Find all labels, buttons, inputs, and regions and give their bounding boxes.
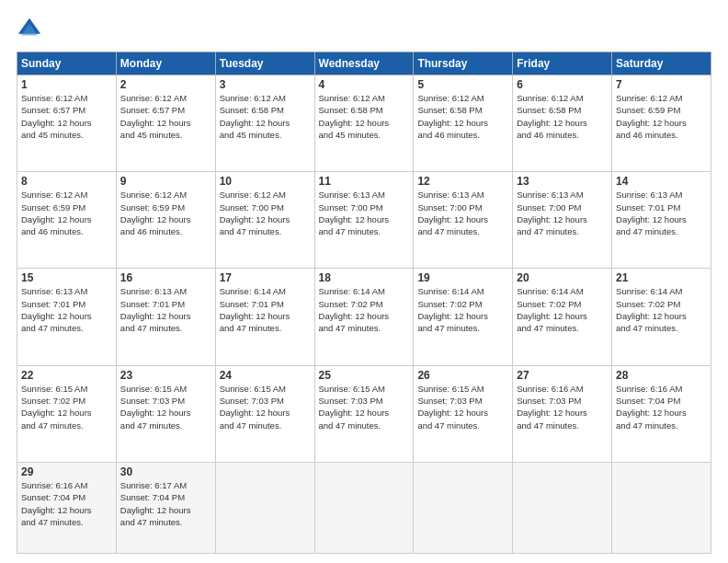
calendar-cell — [513, 462, 612, 553]
calendar-cell: 6Sunrise: 6:12 AMSunset: 6:58 PMDaylight… — [513, 75, 612, 172]
calendar-cell: 1Sunrise: 6:12 AMSunset: 6:57 PMDaylight… — [17, 75, 117, 172]
day-number: 17 — [220, 271, 311, 284]
calendar-cell: 9Sunrise: 6:12 AMSunset: 6:59 PMDaylight… — [116, 172, 215, 269]
day-number: 7 — [616, 78, 707, 91]
calendar-cell: 23Sunrise: 6:15 AMSunset: 7:03 PMDayligh… — [116, 365, 215, 462]
day-info: Sunrise: 6:15 AMSunset: 7:02 PMDaylight:… — [21, 383, 112, 431]
day-info: Sunrise: 6:13 AMSunset: 7:00 PMDaylight:… — [417, 189, 508, 237]
day-number: 12 — [417, 175, 508, 188]
day-number: 30 — [120, 465, 211, 478]
calendar-cell: 4Sunrise: 6:12 AMSunset: 6:58 PMDaylight… — [314, 75, 414, 172]
week-row-4: 29Sunrise: 6:16 AMSunset: 7:04 PMDayligh… — [17, 462, 711, 553]
calendar-cell: 30Sunrise: 6:17 AMSunset: 7:04 PMDayligh… — [116, 462, 215, 553]
calendar-cell: 5Sunrise: 6:12 AMSunset: 6:58 PMDaylight… — [414, 75, 513, 172]
day-number: 23 — [120, 369, 211, 382]
calendar-cell: 18Sunrise: 6:14 AMSunset: 7:02 PMDayligh… — [314, 269, 414, 365]
calendar-cell — [414, 462, 513, 553]
calendar-cell: 27Sunrise: 6:16 AMSunset: 7:03 PMDayligh… — [513, 365, 612, 462]
day-info: Sunrise: 6:13 AMSunset: 7:01 PMDaylight:… — [616, 189, 707, 237]
day-info: Sunrise: 6:15 AMSunset: 7:03 PMDaylight:… — [120, 383, 211, 431]
day-info: Sunrise: 6:17 AMSunset: 7:04 PMDaylight:… — [120, 479, 211, 528]
day-number: 15 — [21, 271, 112, 284]
day-info: Sunrise: 6:16 AMSunset: 7:03 PMDaylight:… — [517, 383, 608, 431]
day-info: Sunrise: 6:15 AMSunset: 7:03 PMDaylight:… — [319, 383, 410, 431]
day-number: 20 — [517, 271, 608, 284]
day-number: 14 — [616, 175, 707, 188]
day-number: 5 — [417, 78, 508, 91]
day-number: 28 — [616, 369, 707, 382]
day-info: Sunrise: 6:16 AMSunset: 7:04 PMDaylight:… — [21, 479, 112, 528]
day-number: 6 — [517, 78, 608, 91]
day-info: Sunrise: 6:12 AMSunset: 6:58 PMDaylight:… — [517, 92, 608, 141]
day-info: Sunrise: 6:12 AMSunset: 6:59 PMDaylight:… — [616, 92, 707, 141]
day-number: 9 — [120, 175, 211, 188]
calendar-cell: 16Sunrise: 6:13 AMSunset: 7:01 PMDayligh… — [116, 269, 215, 365]
logo — [17, 17, 46, 42]
day-header-wednesday: Wednesday — [314, 52, 414, 75]
calendar-cell: 7Sunrise: 6:12 AMSunset: 6:59 PMDaylight… — [612, 75, 711, 172]
day-header-sunday: Sunday — [17, 52, 117, 75]
day-number: 29 — [21, 465, 112, 478]
header-row: SundayMondayTuesdayWednesdayThursdayFrid… — [17, 52, 711, 75]
day-number: 2 — [120, 78, 211, 91]
day-info: Sunrise: 6:13 AMSunset: 7:00 PMDaylight:… — [517, 189, 608, 237]
day-info: Sunrise: 6:12 AMSunset: 6:57 PMDaylight:… — [21, 92, 112, 141]
day-number: 26 — [417, 369, 508, 382]
calendar-cell: 10Sunrise: 6:12 AMSunset: 7:00 PMDayligh… — [215, 172, 314, 269]
day-number: 8 — [21, 175, 112, 188]
calendar-cell: 13Sunrise: 6:13 AMSunset: 7:00 PMDayligh… — [513, 172, 612, 269]
calendar-cell: 17Sunrise: 6:14 AMSunset: 7:01 PMDayligh… — [215, 269, 314, 365]
day-number: 22 — [21, 369, 112, 382]
day-header-tuesday: Tuesday — [215, 52, 314, 75]
day-info: Sunrise: 6:12 AMSunset: 6:59 PMDaylight:… — [120, 189, 211, 237]
day-number: 27 — [517, 369, 608, 382]
day-number: 4 — [319, 78, 410, 91]
day-header-monday: Monday — [116, 52, 215, 75]
calendar-cell: 28Sunrise: 6:16 AMSunset: 7:04 PMDayligh… — [612, 365, 711, 462]
day-info: Sunrise: 6:13 AMSunset: 7:00 PMDaylight:… — [319, 189, 410, 237]
week-row-2: 15Sunrise: 6:13 AMSunset: 7:01 PMDayligh… — [17, 269, 711, 365]
day-number: 3 — [220, 78, 311, 91]
day-info: Sunrise: 6:13 AMSunset: 7:01 PMDaylight:… — [21, 285, 112, 334]
week-row-3: 22Sunrise: 6:15 AMSunset: 7:02 PMDayligh… — [17, 365, 711, 462]
week-row-0: 1Sunrise: 6:12 AMSunset: 6:57 PMDaylight… — [17, 75, 711, 172]
calendar-cell: 26Sunrise: 6:15 AMSunset: 7:03 PMDayligh… — [414, 365, 513, 462]
day-info: Sunrise: 6:14 AMSunset: 7:02 PMDaylight:… — [616, 285, 707, 334]
day-info: Sunrise: 6:15 AMSunset: 7:03 PMDaylight:… — [220, 383, 311, 431]
calendar-cell: 15Sunrise: 6:13 AMSunset: 7:01 PMDayligh… — [17, 269, 117, 365]
calendar-header: SundayMondayTuesdayWednesdayThursdayFrid… — [17, 52, 711, 75]
day-info: Sunrise: 6:16 AMSunset: 7:04 PMDaylight:… — [616, 383, 707, 431]
calendar-cell: 11Sunrise: 6:13 AMSunset: 7:00 PMDayligh… — [314, 172, 414, 269]
calendar-cell: 25Sunrise: 6:15 AMSunset: 7:03 PMDayligh… — [314, 365, 414, 462]
day-number: 1 — [21, 78, 112, 91]
calendar-cell: 14Sunrise: 6:13 AMSunset: 7:01 PMDayligh… — [612, 172, 711, 269]
calendar-cell: 24Sunrise: 6:15 AMSunset: 7:03 PMDayligh… — [215, 365, 314, 462]
calendar-cell: 21Sunrise: 6:14 AMSunset: 7:02 PMDayligh… — [612, 269, 711, 365]
day-info: Sunrise: 6:12 AMSunset: 6:58 PMDaylight:… — [220, 92, 311, 141]
calendar-cell: 29Sunrise: 6:16 AMSunset: 7:04 PMDayligh… — [17, 462, 117, 553]
day-header-friday: Friday — [513, 52, 612, 75]
day-info: Sunrise: 6:12 AMSunset: 7:00 PMDaylight:… — [220, 189, 311, 237]
day-info: Sunrise: 6:12 AMSunset: 6:57 PMDaylight:… — [120, 92, 211, 141]
calendar-cell: 3Sunrise: 6:12 AMSunset: 6:58 PMDaylight… — [215, 75, 314, 172]
day-number: 19 — [417, 271, 508, 284]
calendar-cell: 8Sunrise: 6:12 AMSunset: 6:59 PMDaylight… — [17, 172, 117, 269]
day-number: 24 — [220, 369, 311, 382]
logo-icon — [17, 17, 42, 42]
calendar-cell — [314, 462, 414, 553]
day-number: 13 — [517, 175, 608, 188]
calendar-cell — [215, 462, 314, 553]
day-number: 16 — [120, 271, 211, 284]
day-number: 10 — [220, 175, 311, 188]
day-info: Sunrise: 6:13 AMSunset: 7:01 PMDaylight:… — [120, 285, 211, 334]
calendar-cell — [612, 462, 711, 553]
day-number: 21 — [616, 271, 707, 284]
day-info: Sunrise: 6:12 AMSunset: 6:58 PMDaylight:… — [417, 92, 508, 141]
calendar-cell: 2Sunrise: 6:12 AMSunset: 6:57 PMDaylight… — [116, 75, 215, 172]
day-info: Sunrise: 6:12 AMSunset: 6:58 PMDaylight:… — [319, 92, 410, 141]
day-info: Sunrise: 6:14 AMSunset: 7:02 PMDaylight:… — [319, 285, 410, 334]
week-row-1: 8Sunrise: 6:12 AMSunset: 6:59 PMDaylight… — [17, 172, 711, 269]
page: SundayMondayTuesdayWednesdayThursdayFrid… — [0, 0, 728, 563]
calendar-table: SundayMondayTuesdayWednesdayThursdayFrid… — [17, 52, 711, 554]
calendar-cell: 20Sunrise: 6:14 AMSunset: 7:02 PMDayligh… — [513, 269, 612, 365]
